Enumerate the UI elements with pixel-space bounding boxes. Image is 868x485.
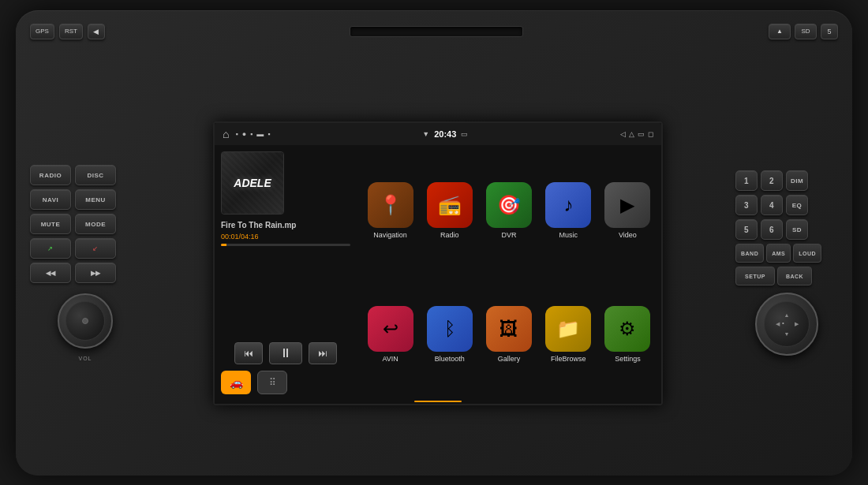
scroll-indicator <box>414 401 462 402</box>
app-icon-radio: 📻 <box>427 182 473 228</box>
btn-2[interactable]: 2 <box>761 170 783 191</box>
skip-fwd-ctrl[interactable]: ⏭ <box>309 342 337 364</box>
app-item-navigation[interactable]: 📍Navigation <box>363 151 417 270</box>
navi-button[interactable]: NAVI <box>30 189 71 210</box>
app-label-bluetooth: Bluetooth <box>435 355 465 363</box>
battery-icon: ▭ <box>638 130 645 138</box>
radio-button[interactable]: RADIO <box>30 165 71 185</box>
app-item-bluetooth[interactable]: ᛒBluetooth <box>422 275 477 394</box>
app-label-radio: Radio <box>440 231 459 239</box>
middle-section: RADIO DISC NAVI MENU MUTE MODE ↗ ↙ ◀◀ ▶▶ <box>16 51 852 476</box>
app-item-gallery[interactable]: 🖼Gallery <box>481 275 536 394</box>
loud-button[interactable]: LOUD <box>793 244 821 263</box>
menu-button[interactable]: MENU <box>75 189 116 210</box>
btn-1[interactable]: 1 <box>735 170 758 191</box>
skip-fwd-button[interactable]: ▶▶ <box>75 263 116 283</box>
status-center: ▼ 20:43 ▭ <box>422 129 468 139</box>
skip-back-button[interactable]: ◀◀ <box>30 263 71 283</box>
app-item-radio[interactable]: 📻Radio <box>422 151 477 270</box>
app-icon-bluetooth: ᛒ <box>427 306 473 352</box>
rst-button[interactable]: RST <box>59 24 83 39</box>
app-item-filebrowse[interactable]: 📁FileBrowse <box>541 275 596 394</box>
eq-button[interactable]: EQ <box>786 195 808 215</box>
app-item-video[interactable]: ▶Video <box>600 151 655 270</box>
num-row-2: 3 4 EQ <box>735 195 838 215</box>
ams-button[interactable]: AMS <box>766 244 791 263</box>
progress-bar[interactable] <box>221 244 350 246</box>
car-mode-button[interactable]: 🚗 <box>221 371 251 394</box>
sd-num-button[interactable]: 5 <box>821 24 838 39</box>
app-icon-dvr: 🎯 <box>486 182 532 228</box>
bottom-media-btns: 🚗 ⠿ <box>221 371 350 394</box>
app-icon-5: ▪ <box>268 130 270 138</box>
app-icon-2: ● <box>242 130 246 138</box>
app-label-music: Music <box>559 231 578 239</box>
left-panel: RADIO DISC NAVI MENU MUTE MODE ↗ ↙ ◀◀ ▶▶ <box>30 51 140 476</box>
app-item-settings[interactable]: ⚙Settings <box>600 275 655 394</box>
back-button[interactable]: BACK <box>777 267 812 285</box>
playback-controls: ⏮ ⏸ ⏭ <box>221 342 350 364</box>
btn-5[interactable]: 5 <box>735 219 758 240</box>
app-icon-navigation: 📍 <box>368 182 413 228</box>
home-button[interactable]: ⌂ <box>223 128 229 140</box>
btn-6[interactable]: 6 <box>761 219 783 240</box>
track-info: Fire To The Rain.mp 00:01/04:16 <box>221 221 350 336</box>
nav-arrows: ▲ ◀ • ▶ ▼ <box>773 310 801 338</box>
apps-menu-button[interactable]: ⠿ <box>257 371 287 394</box>
band-row: BAND AMS LOUD <box>735 244 838 263</box>
status-bar: ⌂ ▪ ● ▪ ▬ ▪ ▼ 20:43 ▭ <box>215 123 661 145</box>
vol-icon: ◁ <box>620 130 626 138</box>
signal-icon: △ <box>629 130 634 138</box>
nav-knob[interactable]: ▲ ◀ • ▶ ▼ <box>755 293 818 356</box>
app-label-video: Video <box>619 231 637 239</box>
sd-button[interactable]: SD <box>795 24 817 39</box>
nav-left-arrow: ◀ <box>773 319 782 329</box>
mute-button[interactable]: MUTE <box>30 214 71 234</box>
setup-button[interactable]: SETUP <box>735 267 775 285</box>
media-prev-button[interactable]: ◀ <box>88 24 105 39</box>
skip-back-ctrl[interactable]: ⏮ <box>234 342 263 364</box>
eject-button[interactable]: ▲ <box>769 24 791 39</box>
cd-slot <box>350 26 523 37</box>
row-skip-btns: ◀◀ ▶▶ <box>30 263 140 283</box>
android-icon: ◻ <box>648 130 653 138</box>
dim-button[interactable]: DIM <box>786 170 808 191</box>
volume-knob-inner <box>65 301 105 341</box>
row-navi-menu: NAVI MENU <box>30 189 140 210</box>
play-pause-ctrl[interactable]: ⏸ <box>269 342 302 364</box>
call-accept-button[interactable]: ↗ <box>30 238 71 259</box>
nav-up-arrow: ▲ <box>782 310 791 319</box>
app-label-gallery: Gallery <box>498 355 521 363</box>
band-button[interactable]: BAND <box>735 244 764 263</box>
call-end-button[interactable]: ↙ <box>75 238 116 259</box>
row-call-btns: ↗ ↙ <box>30 238 140 259</box>
status-left: ⌂ ▪ ● ▪ ▬ ▪ <box>223 128 271 140</box>
apps-grid: 📍Navigation📻Radio🎯DVR♪Music▶Video↩AVINᛒB… <box>357 145 661 401</box>
cd-slot-area <box>105 26 769 37</box>
app-icon-gallery: 🖼 <box>486 306 532 352</box>
clock: 20:43 <box>434 129 456 139</box>
app-icon-4: ▬ <box>256 130 264 138</box>
disc-button[interactable]: DISC <box>75 165 116 185</box>
mode-button[interactable]: MODE <box>75 214 116 234</box>
app-label-avin: AVIN <box>382 355 398 363</box>
btn-4[interactable]: 4 <box>761 195 783 215</box>
screen-container: ⌂ ▪ ● ▪ ▬ ▪ ▼ 20:43 ▭ <box>152 51 724 476</box>
app-item-dvr[interactable]: 🎯DVR <box>481 151 536 270</box>
row-radio-disc: RADIO DISC <box>30 165 140 185</box>
volume-knob[interactable] <box>58 293 113 349</box>
btn-3[interactable]: 3 <box>735 195 758 215</box>
num-row-3: 5 6 SD <box>735 219 838 240</box>
sd-right-button[interactable]: SD <box>786 219 808 240</box>
screen-content: ADELE Fire To The Rain.mp 00:01/04:16 <box>215 145 661 401</box>
setup-row: SETUP BACK <box>735 267 838 285</box>
screen-bottom <box>215 401 661 404</box>
nav-knob-inner: ▲ ◀ • ▶ ▼ <box>764 301 810 347</box>
num-row-1: 1 2 DIM <box>735 170 838 191</box>
app-item-avin[interactable]: ↩AVIN <box>363 275 417 394</box>
gps-button[interactable]: GPS <box>30 24 54 39</box>
right-panel: 1 2 DIM 3 4 EQ 5 6 SD BAND AMS LOUD SETU… <box>735 51 838 476</box>
app-icon-avin: ↩ <box>368 306 413 352</box>
app-item-music[interactable]: ♪Music <box>541 151 596 270</box>
app-label-filebrowse: FileBrowse <box>551 355 586 363</box>
